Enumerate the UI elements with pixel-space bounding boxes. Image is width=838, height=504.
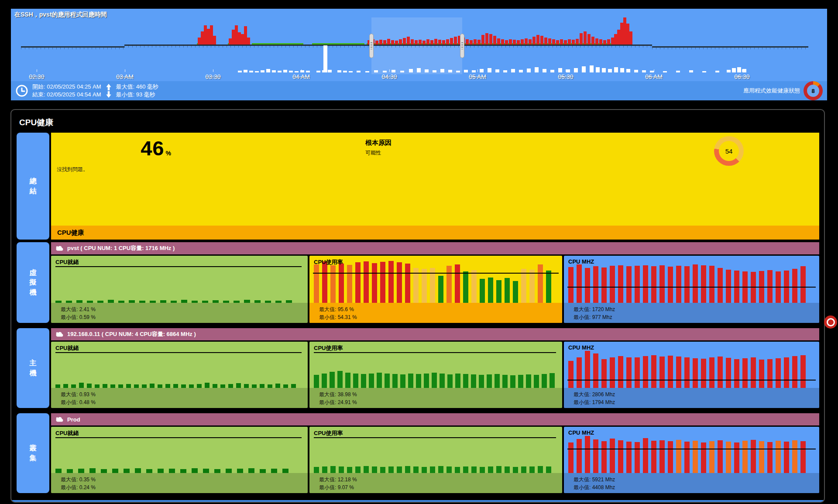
bar (635, 266, 640, 303)
mini-chart-cpu-mhz[interactable]: CPU MHZ 最大值: 1720 Mhz 最小值: 977 Mhz (564, 256, 819, 323)
bar (529, 270, 535, 303)
bar (593, 439, 598, 473)
histogram-bar (255, 71, 259, 72)
histogram-bar (488, 68, 491, 72)
bar (618, 440, 623, 473)
bar (585, 268, 590, 303)
health-percent-value: 46 (141, 137, 164, 160)
entity-header-host[interactable]: 192.168.0.11 ( CPU NUM: 4 CPU容量: 6864 MH… (51, 328, 819, 340)
bar (676, 357, 681, 388)
chart-value-footer: 最大值: 0.93 % 最小值: 0.48 % (51, 388, 308, 408)
chart-min: 最小值: 24.91 % (319, 399, 357, 406)
chart-bars (568, 344, 815, 388)
bar (89, 468, 96, 473)
bar (405, 264, 410, 303)
vm-row: 虛擬機 pvst ( CPU NUM: 1 CPU容量: 1716 MHz ) … (11, 242, 824, 323)
bar (314, 264, 319, 303)
mini-chart-cpu-mhz[interactable]: CPU MHZ 最大值: 5921 Mhz 最小值: 4408 Mhz (564, 427, 819, 493)
bar (339, 264, 344, 303)
x-axis-label: 04:30 (381, 73, 397, 80)
bar (726, 270, 731, 303)
mini-chart-cpu-ready[interactable]: CPU就緒 最大值: 0.93 % 最小值: 0.48 % (51, 342, 308, 408)
mini-chart-title: CPU使用率 (314, 258, 343, 266)
health-status-label: 應用程式效能健康狀態 (743, 87, 800, 95)
bar (550, 373, 555, 388)
alert-bar (244, 26, 247, 45)
mini-chart-title: CPU MHZ (568, 258, 594, 265)
floating-target-button[interactable] (824, 315, 837, 329)
mini-chart-cpu-ready[interactable]: CPU就緒 最大值: 0.35 % 最小值: 0.24 % (51, 427, 308, 493)
chart-max: 最大值: 2806 Mhz (574, 391, 615, 398)
response-time-chart[interactable]: 在SSH，pvst的應用程式回應時間 02:3003 AM03:3004 AM0… (11, 9, 827, 81)
bar (197, 384, 202, 388)
axis-tick (654, 69, 654, 72)
alert-bar (560, 39, 563, 45)
entity-header-prod[interactable]: Prod (51, 413, 819, 425)
alert-bar (426, 39, 429, 45)
bar (463, 374, 468, 388)
bar (546, 271, 551, 303)
bar (726, 442, 731, 473)
bar (701, 359, 706, 388)
health-percent: 46% (112, 136, 199, 160)
alert-bar (207, 29, 210, 45)
chart-bars (55, 429, 303, 473)
bar (142, 384, 147, 388)
bar (659, 440, 665, 473)
bar (496, 466, 501, 473)
chart-max: 最大值: 0.35 % (61, 476, 96, 483)
histogram-bar (596, 67, 600, 72)
histogram-bar (328, 70, 332, 72)
range-slider-handle-left[interactable] (369, 34, 374, 58)
end-time: 結束: 02/05/2025 04:54 AM (32, 91, 101, 99)
root-cause-block: 根本原因 可能性 (365, 139, 392, 157)
bar (322, 374, 327, 388)
bar (521, 269, 526, 303)
alert-bar (623, 17, 626, 45)
bar (110, 384, 115, 388)
bar (283, 384, 288, 388)
mini-chart-cpu-ready[interactable]: CPU就緒 最大值: 2.41 % 最小值: 0.59 % (51, 256, 308, 323)
entity-header-pvst[interactable]: pvst ( CPU NUM: 1 CPU容量: 1716 MHz ) (51, 242, 819, 254)
health-score-donut[interactable]: 8 (804, 81, 823, 100)
bar (118, 384, 123, 388)
cpu-health-panel: CPU健康 總結 46% 根本原因 可能性 沒找到問題。 54 (10, 109, 825, 503)
bar (260, 469, 266, 473)
bar (424, 374, 429, 388)
bar (408, 374, 413, 388)
bar (471, 270, 477, 303)
chart-canvas: 02:3003 AM03:3004 AM04:3005 AM05:3006 AM… (11, 9, 827, 81)
cpu-health-section-bar[interactable]: CPU健康 (51, 226, 819, 240)
start-time: 開始: 02/05/2025 04:25 AM (32, 83, 101, 91)
chart-bars (568, 259, 815, 303)
bar (79, 383, 84, 388)
mini-chart-cpu-usage[interactable]: CPU使用率 最大值: 12.18 % 最小值: 9.07 % (309, 427, 562, 493)
bar (422, 467, 427, 473)
probability-donut[interactable]: 54 (714, 136, 744, 166)
alert-bar (213, 36, 216, 45)
mini-chart-cpu-mhz[interactable]: CPU MHZ 最大值: 2806 Mhz 最小值: 1794 Mhz (564, 342, 819, 408)
histogram-bar (272, 70, 276, 72)
bar (800, 266, 806, 303)
host-row: 主機 192.168.0.11 ( CPU NUM: 4 CPU容量: 6864… (11, 328, 824, 408)
range-slider-handle-right[interactable] (460, 34, 464, 58)
mini-chart-cpu-usage[interactable]: CPU使用率 最大值: 38.98 % 最小值: 24.91 % (309, 342, 562, 408)
bar (146, 469, 152, 473)
bar (585, 436, 590, 473)
bar (87, 384, 92, 388)
bar (626, 442, 632, 473)
bar (213, 384, 217, 388)
bar (438, 276, 443, 303)
response-time-line (124, 45, 652, 46)
bar (192, 468, 198, 473)
average-line (567, 380, 816, 381)
bar (400, 374, 405, 388)
percent-sign: % (165, 150, 171, 157)
bar (181, 300, 187, 303)
bar (134, 384, 139, 388)
clock-icon (15, 84, 28, 97)
alert-bar (419, 40, 422, 45)
alert-bar (477, 40, 481, 45)
entity-header-label: 192.168.0.11 ( CPU NUM: 4 CPU容量: 6864 MH… (67, 330, 196, 338)
mini-chart-cpu-usage[interactable]: CPU使用率 最大值: 95.6 % 最小值: 54.31 % (309, 256, 562, 323)
